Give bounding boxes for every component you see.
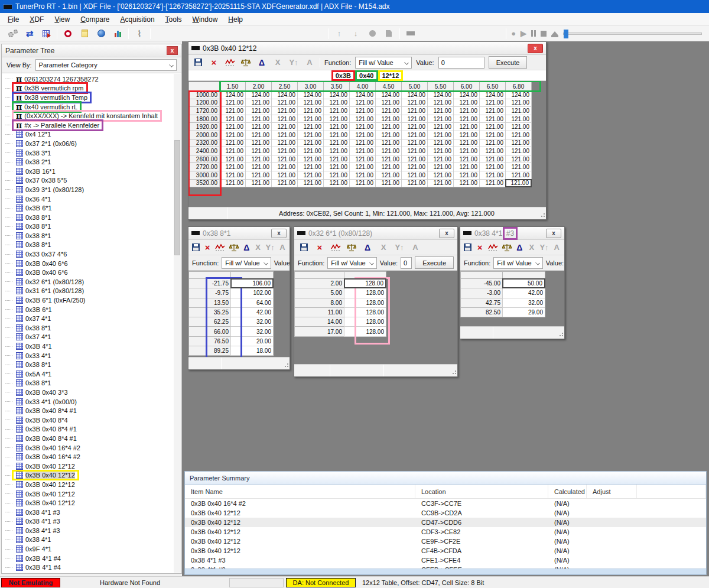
table-cell[interactable]: 121.00 <box>375 122 402 131</box>
table-cell[interactable]: 121.00 <box>479 179 506 188</box>
value-cell[interactable]: 32.00 <box>502 298 545 308</box>
window-titlebar[interactable]: 0x38 4*1 #3 x <box>460 227 564 240</box>
table-cell[interactable]: 121.00 <box>297 122 324 131</box>
table-cell[interactable]: 121.00 <box>271 139 298 148</box>
table-cell[interactable]: 121.00 <box>245 179 272 188</box>
menu-window[interactable]: Window <box>187 14 223 25</box>
value-cell[interactable]: 42.00 <box>230 307 274 317</box>
table-cell[interactable]: 121.00 <box>297 131 324 139</box>
table-cell[interactable]: 121.00 <box>479 163 506 171</box>
column-header[interactable]: 5.00 <box>401 82 428 91</box>
tree-item[interactable]: 0x32 6*1 (0x80/128) <box>5 277 181 287</box>
tree-item[interactable]: 0x38 2*1 <box>5 157 181 167</box>
row-header[interactable]: 1200.00 <box>188 99 220 108</box>
editor-button-discard[interactable]: × <box>204 242 211 254</box>
toolbar-button-acquisition-globe[interactable] <box>95 28 107 40</box>
table-cell[interactable]: 121.00 <box>505 139 532 148</box>
value-cell[interactable]: 128.00 <box>344 288 386 298</box>
tree-item[interactable]: 0x3B 0x40 16*4 #2 <box>5 452 181 462</box>
tree-item[interactable]: 0x3B 0x40 8*4 <box>5 415 181 425</box>
tree-item[interactable]: 0x5A 4*1 <box>5 369 181 379</box>
table-cell[interactable]: 121.00 <box>505 131 532 139</box>
tree-item[interactable]: 0x3B 6*1 <box>5 203 181 213</box>
table-cell[interactable]: 121.00 <box>219 163 246 171</box>
editor-button-compare-scales[interactable] <box>502 242 512 254</box>
column-header[interactable]: 6.50 <box>479 82 506 91</box>
toolbar-button-arrow-down[interactable]: ↓ <box>350 28 362 40</box>
axis-cell[interactable]: 42.75 <box>460 298 503 308</box>
table-cell[interactable]: 121.00 <box>219 106 246 115</box>
summary-col-item-name[interactable]: Item Name <box>185 485 415 498</box>
tree-item[interactable]: 0x38 3*1 <box>5 148 181 158</box>
tree-item[interactable]: 0x38 8*1 <box>5 241 181 250</box>
editor-button-trace[interactable] <box>215 242 225 254</box>
tree-item[interactable]: 0x38 8*1 <box>5 379 181 388</box>
table-cell[interactable]: 121.00 <box>323 131 350 139</box>
table-cell[interactable]: 121.00 <box>453 155 480 164</box>
table-cell[interactable]: 121.00 <box>219 171 246 180</box>
table-cell[interactable]: 121.00 <box>375 147 402 155</box>
editor-button-delta[interactable]: Δ <box>256 57 268 69</box>
tree-item[interactable]: 0x31 6*1 (0x80/128) <box>5 287 181 296</box>
summary-row[interactable]: 0x3B 0x40 12*12CD47->CDD6 (N/A) <box>185 518 706 527</box>
table-cell[interactable]: 121.00 <box>479 155 506 164</box>
close-icon[interactable]: x <box>439 229 454 238</box>
table-cell[interactable]: 121.00 <box>427 131 454 139</box>
close-icon[interactable]: x <box>546 229 561 238</box>
tree-item[interactable]: 0x38 8*1 <box>5 360 181 369</box>
table-cell[interactable]: 121.00 <box>271 171 298 180</box>
table-cell[interactable]: 124.00 <box>349 90 376 99</box>
row-header[interactable]: 2720.00 <box>188 163 220 171</box>
tree-item[interactable]: 0x3B 0x40 6*6 <box>5 268 181 277</box>
toolbar-button-circle[interactable] <box>366 28 378 40</box>
tree-item[interactable]: 0x37 2*1 (0x06/6) <box>5 139 181 148</box>
table-cell[interactable]: 121.00 <box>297 99 324 108</box>
axis-cell[interactable]: -9.75 <box>188 288 231 298</box>
table-cell[interactable]: 121.00 <box>401 99 428 108</box>
tree-item[interactable]: 0x3B 0x40 12*12 <box>5 471 181 480</box>
table-cell[interactable]: 121.00 <box>323 155 350 164</box>
column-header[interactable]: 3.50 <box>323 82 350 91</box>
table-cell[interactable]: 121.00 <box>349 122 376 131</box>
summary-col-adjust[interactable]: Adjust <box>587 485 637 498</box>
tree-item[interactable]: 0x3B 0x38 8*6 <box>5 572 181 573</box>
tree-item[interactable]: 0x3B 4*1 <box>5 342 181 351</box>
editor-button-discard[interactable]: × <box>208 57 220 69</box>
table-cell[interactable]: 121.00 <box>297 106 324 115</box>
summary-row[interactable]: 0x38 4*1 #3CFE1->CFE4 (N/A) <box>185 555 706 565</box>
execute-button[interactable]: Execute <box>415 256 454 269</box>
toolbar-button-bin-compare[interactable] <box>40 28 52 40</box>
tree-item[interactable]: 0x3B 0x40 6*6 <box>5 259 181 268</box>
table-cell[interactable]: 121.00 <box>375 99 402 108</box>
table-cell[interactable]: 121.00 <box>323 99 350 108</box>
value-cell[interactable]: 29.00 <box>502 307 545 317</box>
summary-horizontal-scrollbar[interactable] <box>185 568 706 574</box>
menu-acquisition[interactable]: Acquisition <box>115 14 160 25</box>
toolbar-button-bar-chart[interactable] <box>112 28 123 40</box>
execute-button[interactable]: Execute <box>489 56 528 69</box>
tree-item[interactable]: 0x3B 0x40 3*3 <box>5 388 181 397</box>
table-cell[interactable]: 121.00 <box>453 179 480 188</box>
table-cell[interactable]: 121.00 <box>375 179 402 188</box>
value-cell[interactable]: 50.00 <box>502 278 545 288</box>
tree-item[interactable]: 0x37 4*1 <box>5 314 181 323</box>
table-cell[interactable]: 121.00 <box>427 155 454 164</box>
close-icon[interactable]: x <box>167 46 178 55</box>
column-header[interactable]: 6.00 <box>453 82 480 91</box>
menu-xdf[interactable]: XDF <box>24 14 49 25</box>
resize-grip[interactable] <box>284 363 288 368</box>
table-cell[interactable]: 121.00 <box>505 122 532 131</box>
tree-item[interactable]: 0x38 8*1 <box>5 323 181 333</box>
slider-handle[interactable] <box>564 30 568 38</box>
table-cell[interactable]: 121.00 <box>323 115 350 124</box>
table-cell[interactable]: 121.00 <box>453 171 480 180</box>
toolbar-button-probe[interactable]: ⌇ <box>134 28 145 40</box>
tree-item[interactable]: 0x36 4*1 <box>5 194 181 204</box>
table-cell[interactable]: 121.00 <box>245 106 272 115</box>
tree-item[interactable]: 0x4 12*1 <box>5 130 181 139</box>
toolbar-button-chip[interactable] <box>405 28 417 40</box>
table-cell[interactable]: 121.00 <box>401 115 428 124</box>
table-cell[interactable]: 121.00 <box>297 139 324 148</box>
table-cell[interactable]: 121.00 <box>375 115 402 124</box>
table-cell[interactable]: 121.00 <box>349 163 376 171</box>
